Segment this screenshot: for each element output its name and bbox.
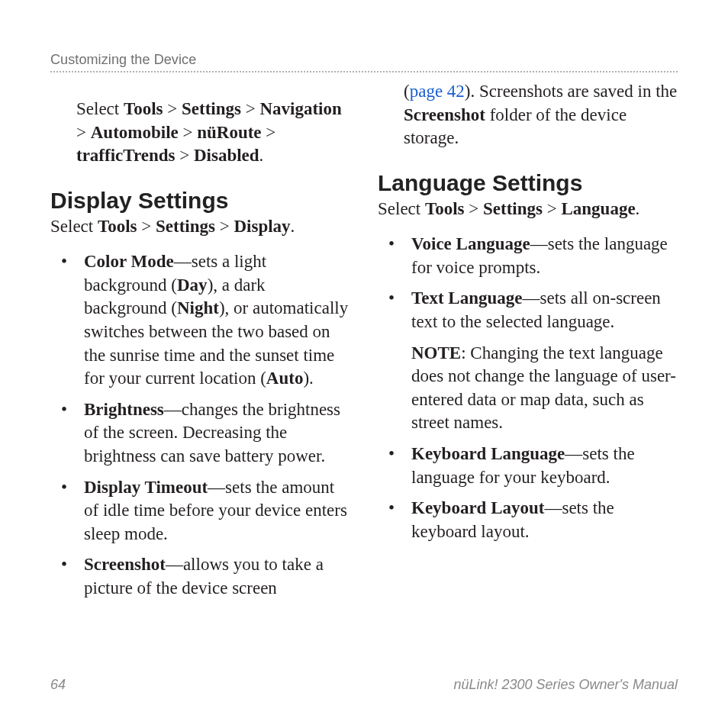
breadcrumb-item: Tools [425,199,465,218]
bold-text: Screenshot [404,105,485,124]
breadcrumb-item: Display [234,217,290,236]
list-item-term: Screenshot [84,555,166,574]
bold-text: Auto [266,369,304,388]
list-item-term: Text Language [411,288,522,308]
note-block: NOTE: Changing the text language does no… [378,342,678,435]
two-column-layout: Select Tools > Settings > Navigation > A… [50,80,678,607]
breadcrumb-item: Settings [182,99,241,118]
breadcrumb-item: trafficTrends [76,146,175,165]
screenshot-continuation: (page 42). Screenshots are saved in the … [378,80,678,150]
breadcrumb-item: Language [561,199,635,218]
language-settings-heading: Language Settings [378,170,678,196]
breadcrumb-item: Automobile [91,123,179,142]
display-settings-path: Select Tools > Settings > Display. [50,215,350,239]
list-item: Color Mode—sets a light background (Day)… [50,250,350,390]
list-item: Brightness—changes the brightness of the… [50,398,350,469]
list-item: Display Timeout—sets the amount of idle … [50,476,350,546]
bold-text: Day [177,275,208,295]
language-settings-path: Select Tools > Settings > Language. [378,198,678,221]
list-item: Keyboard Language—sets the language for … [378,443,678,489]
breadcrumb-item: nüRoute [197,123,261,142]
manual-page: Customizing the Device Select Tools > Se… [0,0,728,728]
page-footer: 64 nüLink! 2300 Series Owner's Manual [50,677,678,693]
running-head: Customizing the Device [50,52,678,68]
display-settings-heading: Display Settings [50,188,350,214]
dotted-rule [50,71,678,72]
page-link[interactable]: page 42 [410,82,465,101]
list-item-term: Display Timeout [84,478,208,497]
list-item: Voice Language—sets the language for voi… [378,233,678,279]
list-item: Keyboard Layout—sets the keyboard layout… [378,497,678,543]
bold-text: Night [177,298,219,317]
list-item: Text Language—sets all on-screen text to… [378,287,678,333]
list-item-term: Color Mode [84,252,174,271]
list-item-term: Keyboard Layout [411,498,544,517]
breadcrumb-item: Settings [156,217,215,236]
language-settings-list: Voice Language—sets the language for voi… [378,233,678,543]
right-column: (page 42). Screenshots are saved in the … [378,80,678,607]
breadcrumb-item: Tools [124,99,163,118]
breadcrumb-item: Tools [98,217,137,236]
breadcrumb-item: Navigation [259,99,341,118]
page-number: 64 [50,677,66,693]
breadcrumb-item: Settings [483,199,543,218]
list-item-term: Brightness [84,400,164,419]
left-column: Select Tools > Settings > Navigation > A… [50,80,350,607]
nav-path-lead-in: Select Tools > Settings > Navigation > A… [50,98,350,168]
list-item-term: Voice Language [411,234,530,253]
bold-text: NOTE [411,343,461,362]
list-item: Screenshot—allows you to take a picture … [50,553,350,600]
display-settings-list: Color Mode—sets a light background (Day)… [50,250,350,600]
list-item-term: Keyboard Language [411,444,565,463]
manual-title: nüLink! 2300 Series Owner's Manual [453,677,678,693]
breadcrumb-item: Disabled [194,146,259,165]
